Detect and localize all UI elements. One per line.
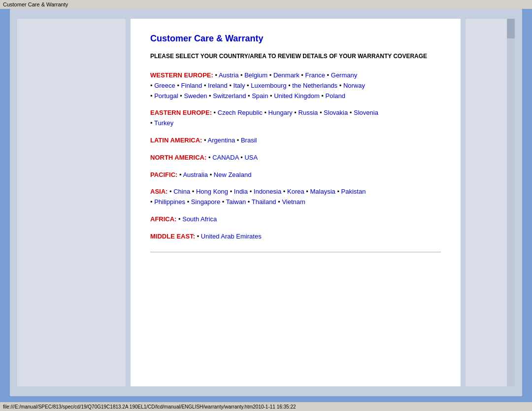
country-link-france[interactable]: France: [305, 71, 325, 79]
country-link-germany[interactable]: Germany: [331, 71, 357, 79]
country-link-united-arab-emirates[interactable]: United Arab Emirates: [201, 233, 262, 240]
status-bar: file:///E:/manual/SPEC/813/spec/cd/19/Q7…: [0, 402, 532, 411]
country-link-ireland[interactable]: Ireland: [208, 82, 228, 89]
country-link-hong-kong[interactable]: Hong Kong: [196, 188, 228, 195]
region-label: PACIFIC:: [150, 171, 179, 178]
country-link-finland[interactable]: Finland: [181, 82, 202, 89]
country-link-slovenia[interactable]: Slovenia: [354, 109, 378, 116]
bullet: •: [178, 215, 182, 223]
bullet: •: [350, 109, 354, 116]
country-link-turkey[interactable]: Turkey: [154, 119, 173, 127]
country-link-pakistan[interactable]: Pakistan: [341, 188, 366, 195]
country-link-switzerland[interactable]: Switzerland: [213, 92, 246, 100]
bullet: •: [248, 198, 252, 206]
region-label: AFRICA:: [150, 215, 178, 223]
country-link-czech-republic[interactable]: Czech Republic: [218, 109, 263, 116]
bullet: •: [169, 188, 173, 195]
regions-container: WESTERN EUROPE: • Austria • Belgium • De…: [150, 70, 441, 242]
country-link-portugal[interactable]: Portugal: [154, 92, 178, 100]
country-link-india[interactable]: India: [234, 188, 248, 195]
country-link-thailand[interactable]: Thailand: [252, 198, 276, 206]
bullet: •: [237, 137, 241, 144]
country-link-sweden[interactable]: Sweden: [184, 92, 207, 100]
bullet: •: [209, 92, 213, 100]
country-link-italy[interactable]: Italy: [233, 82, 245, 89]
main-content: Customer Care & Warranty PLEASE SELECT Y…: [131, 19, 461, 386]
country-link-austria[interactable]: Austria: [219, 71, 238, 79]
region-line: EASTERN EUROPE: • Czech Republic • Hunga…: [150, 108, 441, 118]
bullet: •: [250, 188, 254, 195]
scrollbar[interactable]: [507, 19, 515, 386]
bullet: •: [229, 82, 233, 89]
region-label: MIDDLE EAST:: [150, 233, 197, 240]
country-link-canada[interactable]: CANADA: [212, 154, 238, 161]
bullet: •: [230, 188, 234, 195]
country-link-australia[interactable]: Australia: [183, 171, 208, 178]
divider: [150, 252, 441, 252]
bullet: •: [294, 109, 298, 116]
country-link-philippines[interactable]: Philippines: [154, 198, 185, 206]
country-link-the-netherlands[interactable]: the Netherlands: [292, 82, 337, 89]
bullet: •: [270, 92, 274, 100]
region-line: • Turkey: [150, 118, 441, 129]
region-line: • Greece • Finland • Ireland • Italy • L…: [150, 81, 441, 91]
bullet: •: [150, 119, 154, 127]
bullet: •: [150, 198, 154, 206]
region-line: MIDDLE EAST: • United Arab Emirates: [150, 232, 441, 242]
country-link-argentina[interactable]: Argentina: [208, 137, 235, 144]
title-bar-text: Customer Care & Warranty: [3, 1, 68, 7]
bullet: •: [269, 71, 273, 79]
bullet: •: [283, 188, 287, 195]
country-link-greece[interactable]: Greece: [154, 82, 175, 89]
bullet: •: [177, 82, 181, 89]
bullet: •: [204, 82, 208, 89]
region-label: LATIN AMERICA:: [150, 137, 204, 144]
bullet: •: [301, 71, 305, 79]
region-western-europe: WESTERN EUROPE: • Austria • Belgium • De…: [150, 70, 441, 101]
intro-text: PLEASE SELECT YOUR COUNTRY/AREA TO REVIE…: [150, 52, 441, 61]
country-link-belgium[interactable]: Belgium: [244, 71, 267, 79]
right-panel: [466, 19, 515, 386]
bullet: •: [192, 188, 196, 195]
country-link-luxembourg[interactable]: Luxembourg: [251, 82, 286, 89]
bullet: •: [150, 92, 154, 100]
bullet: •: [264, 109, 268, 116]
country-link-denmark[interactable]: Denmark: [273, 71, 299, 79]
country-link-spain[interactable]: Spain: [252, 92, 268, 100]
region-line: • Portugal • Sweden • Switzerland • Spai…: [150, 91, 441, 102]
region-pacific: PACIFIC: • Australia • New Zealand: [150, 170, 441, 180]
bullet: •: [222, 198, 226, 206]
country-link-taiwan[interactable]: Taiwan: [226, 198, 246, 206]
region-label: ASIA:: [150, 188, 169, 195]
country-link-korea[interactable]: Korea: [287, 188, 304, 195]
region-line: LATIN AMERICA: • Argentina • Brasil: [150, 136, 441, 146]
country-link-poland[interactable]: Poland: [326, 92, 345, 100]
country-link-united-kingdom[interactable]: United Kingdom: [274, 92, 320, 100]
country-link-south-africa[interactable]: South Africa: [182, 215, 217, 223]
country-link-indonesia[interactable]: Indonesia: [254, 188, 281, 195]
bullet: •: [210, 171, 214, 178]
country-link-malaysia[interactable]: Malaysia: [310, 188, 335, 195]
region-line: NORTH AMERICA: • CANADA • USA: [150, 153, 441, 163]
country-link-russia[interactable]: Russia: [299, 109, 318, 116]
region-eastern-europe: EASTERN EUROPE: • Czech Republic • Hunga…: [150, 108, 441, 129]
bullet: •: [208, 154, 212, 161]
country-link-usa[interactable]: USA: [244, 154, 258, 161]
country-link-china[interactable]: China: [173, 188, 190, 195]
region-asia: ASIA: • China • Hong Kong • India • Indo…: [150, 187, 441, 207]
country-link-norway[interactable]: Norway: [343, 82, 365, 89]
bullet: •: [327, 71, 331, 79]
left-panel: [17, 19, 126, 386]
region-line: AFRICA: • South Africa: [150, 214, 441, 225]
country-link-hungary[interactable]: Hungary: [268, 109, 293, 116]
bullet: •: [187, 198, 191, 206]
bullet: •: [320, 109, 324, 116]
scrollbar-thumb[interactable]: [507, 19, 515, 38]
country-link-slovakia[interactable]: Slovakia: [324, 109, 348, 116]
country-link-singapore[interactable]: Singapore: [191, 198, 220, 206]
country-link-brasil[interactable]: Brasil: [241, 137, 257, 144]
country-link-vietnam[interactable]: Vietnam: [282, 198, 305, 206]
region-line: ASIA: • China • Hong Kong • India • Indo…: [150, 187, 441, 197]
bullet: •: [197, 233, 201, 240]
country-link-new-zealand[interactable]: New Zealand: [214, 171, 252, 178]
